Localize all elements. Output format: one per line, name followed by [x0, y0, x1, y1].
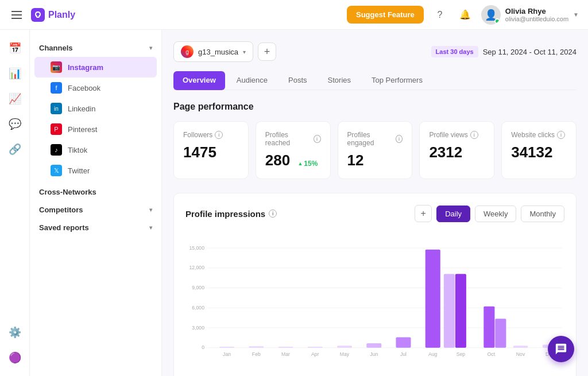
chart-section: Profile impressions i + Daily Weekly Mon… [173, 193, 577, 376]
svg-text:Aug: Aug [428, 352, 438, 358]
page-performance-section: Page performance Followers i 1475 Profil… [173, 102, 577, 179]
profiles-reached-label: Profiles reached i [265, 131, 321, 147]
time-btn-monthly[interactable]: Monthly [521, 206, 564, 222]
channels-label: Channels [39, 44, 73, 52]
svg-text:6,000: 6,000 [192, 305, 204, 311]
profiles-reached-badge: 15% [297, 160, 318, 168]
svg-text:Feb: Feb [252, 352, 261, 358]
profiles-reached-card: Profiles reached i 280 15% [256, 121, 331, 179]
settings-icon[interactable]: ⚙️ [3, 321, 26, 344]
website-clicks-info[interactable]: i [557, 131, 565, 139]
followers-info[interactable]: i [215, 131, 223, 139]
sidebar-item-instagram[interactable]: 📷 Instagram [34, 57, 157, 77]
svg-text:0: 0 [202, 344, 204, 350]
top-navigation: Planly Suggest Feature ? 🔔 👤 Olivia Rhye… [0, 0, 588, 30]
profile-views-value: 2312 [429, 144, 485, 161]
metrics-grid: Followers i 1475 Profiles reached i 280 … [173, 121, 577, 179]
account-selector: g g13_musica ▾ + [173, 41, 276, 62]
svg-text:May: May [340, 352, 350, 358]
svg-text:Oct: Oct [488, 352, 496, 358]
chart-add-button[interactable]: + [415, 205, 432, 222]
messages-icon[interactable]: 💬 [3, 113, 26, 135]
saved-reports-chevron: ▾ [149, 224, 152, 231]
account-chevron: ▾ [243, 49, 246, 55]
user-menu[interactable]: 👤 Olivia Rhye olivia@untitleduio.com ▼ [481, 5, 579, 25]
competitors-chevron: ▾ [149, 207, 152, 213]
content-tabs: Overview Audience Posts Stories Top Perf… [173, 71, 577, 90]
sidebar-item-tiktok[interactable]: ♪ Tiktok [34, 139, 157, 160]
last30-badge: Last 30 days [431, 46, 478, 57]
bar-aug [425, 250, 440, 348]
chart-info[interactable]: i [269, 210, 277, 218]
bar-jan [219, 347, 234, 348]
tab-overview[interactable]: Overview [173, 71, 225, 90]
saved-reports-heading[interactable]: Saved reports ▾ [30, 219, 161, 237]
svg-text:15,000: 15,000 [189, 245, 204, 251]
add-account-button[interactable]: + [258, 42, 276, 61]
chart-icon[interactable]: 📈 [3, 87, 26, 110]
tiktok-icon: ♪ [51, 144, 62, 156]
instagram-label: Instagram [68, 63, 103, 72]
profile-views-info[interactable]: i [470, 131, 478, 139]
chart-header: Profile impressions i + Daily Weekly Mon… [185, 205, 564, 222]
followers-label: Followers i [183, 131, 239, 139]
linkedin-label: Linkedin [68, 104, 95, 113]
followers-value: 1475 [183, 144, 239, 161]
left-iconbar: 📅 📊 📈 💬 🔗 ⚙️ 🟣 [0, 30, 30, 376]
hamburger-menu[interactable] [9, 9, 24, 21]
sidebar-item-facebook[interactable]: f Facebook [34, 77, 157, 98]
competitors-heading[interactable]: Competitors ▾ [30, 201, 161, 219]
chat-bubble[interactable] [548, 336, 574, 362]
bar-feb [249, 346, 264, 348]
channels-chevron: ▾ [149, 45, 152, 51]
calendar-icon[interactable]: 📅 [3, 37, 26, 60]
bar-sep-2 [455, 274, 466, 348]
tab-audience[interactable]: Audience [227, 71, 277, 90]
bar-jul [396, 338, 411, 348]
user-menu-chevron: ▼ [573, 11, 579, 18]
facebook-icon: f [51, 82, 62, 94]
main-content: g g13_musica ▾ + Last 30 days Sep 11, 20… [162, 30, 588, 376]
user-email: olivia@untitleduio.com [505, 15, 568, 22]
followers-card: Followers i 1475 [173, 121, 249, 179]
bar-mar [278, 347, 293, 348]
svg-text:Jun: Jun [370, 352, 378, 358]
chart-area: 15,000 12,000 9,000 6,000 3,000 0 [185, 231, 564, 376]
bar-sep-1 [444, 274, 455, 348]
tab-top-performers[interactable]: Top Performers [362, 71, 432, 90]
sidebar-item-twitter[interactable]: 𝕏 Twitter [34, 160, 157, 181]
brand-icon[interactable]: 🟣 [3, 346, 26, 369]
twitter-label: Twitter [68, 166, 90, 175]
account-avatar: g [181, 45, 194, 58]
bar-apr [308, 347, 323, 348]
tab-stories[interactable]: Stories [319, 71, 360, 90]
channels-section: Channels ▾ 📷 Instagram f Facebook in Lin… [30, 39, 161, 181]
website-clicks-value: 34132 [511, 144, 567, 161]
profiles-engaged-value: 12 [347, 152, 403, 169]
profile-views-label: Profile views i [429, 131, 485, 139]
profiles-reached-info[interactable]: i [314, 135, 321, 143]
time-btn-daily[interactable]: Daily [436, 206, 470, 222]
link-icon[interactable]: 🔗 [3, 138, 26, 161]
analytics-icon[interactable]: 📊 [3, 62, 26, 85]
profiles-reached-value: 280 15% [265, 152, 321, 169]
chart-title: Profile impressions i [185, 209, 277, 219]
time-btn-weekly[interactable]: Weekly [475, 206, 516, 222]
suggest-feature-button[interactable]: Suggest Feature [347, 6, 424, 24]
main-layout: 📅 📊 📈 💬 🔗 ⚙️ 🟣 Channels ▾ 📷 Instagram f … [0, 30, 588, 376]
channels-heading[interactable]: Channels ▾ [30, 39, 161, 57]
profiles-engaged-card: Profiles engaged i 12 [338, 121, 413, 179]
bar-chart-svg: 15,000 12,000 9,000 6,000 3,000 0 [185, 231, 564, 376]
svg-text:Mar: Mar [281, 352, 290, 358]
cross-networks-item[interactable]: Cross-Networks [30, 183, 161, 201]
logo-icon [31, 8, 45, 22]
help-icon[interactable]: ? [431, 6, 449, 24]
sidebar-item-linkedin[interactable]: in Linkedin [34, 98, 157, 119]
profiles-engaged-label: Profiles engaged i [347, 131, 403, 147]
sidebar-item-pinterest[interactable]: P Pinterest [34, 119, 157, 139]
account-dropdown[interactable]: g g13_musica ▾ [173, 41, 253, 62]
page-performance-title: Page performance [173, 102, 577, 112]
profiles-engaged-info[interactable]: i [396, 135, 403, 143]
tab-posts[interactable]: Posts [279, 71, 316, 90]
notifications-icon[interactable]: 🔔 [456, 6, 474, 24]
